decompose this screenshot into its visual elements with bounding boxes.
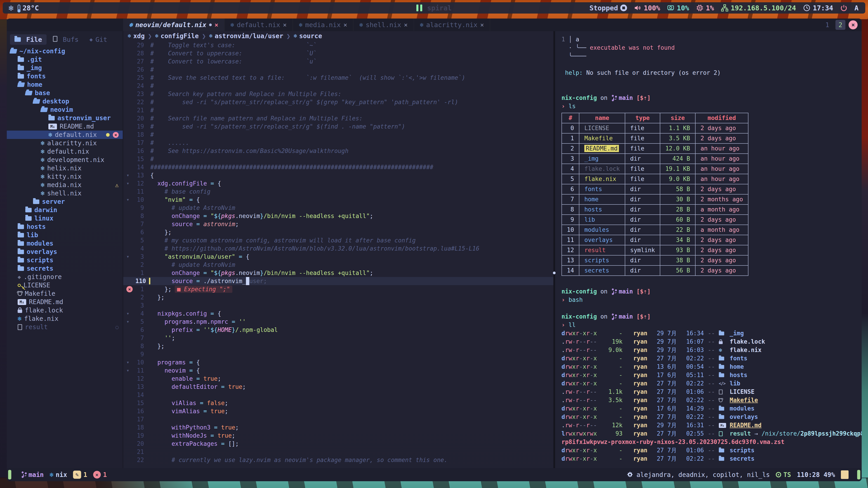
tree-item-README.md[interactable]: M↓README.md (7, 298, 123, 306)
code-line[interactable]: 8 }; (123, 342, 553, 350)
code-line[interactable]: 12 enable = true; (123, 375, 553, 383)
pause-icon[interactable] (416, 4, 422, 11)
code-line[interactable]: 28# Convert to uppercase: `U` (123, 49, 553, 57)
tree-item-.git[interactable]: .git (7, 55, 123, 64)
fold-chevron-icon[interactable]: ▾ (126, 318, 129, 326)
fold-chevron-icon[interactable]: ▾ (126, 196, 129, 204)
tree-item-helix.nix[interactable]: ❄helix.nix (7, 164, 123, 172)
tree-item-flake.nix[interactable]: ❄flake.nix (7, 315, 123, 323)
code-line[interactable]: 18# (123, 131, 553, 139)
tree-item-shell.nix[interactable]: ❄shell.nix (7, 189, 123, 197)
code-line[interactable]: 21 (123, 448, 553, 456)
code-line[interactable]: 21# (123, 106, 553, 114)
breadcrumb-segment[interactable]: ❄astronvim/lua/user (209, 32, 283, 40)
tree-item-base[interactable]: base (7, 89, 123, 97)
tree-item-desktop[interactable]: desktop (7, 97, 123, 105)
tree-item-home[interactable]: home (7, 80, 123, 89)
code-line[interactable]: ×1 };■ Expecting ";" (123, 285, 553, 293)
fold-chevron-icon[interactable]: ▾ (126, 358, 129, 366)
code-line[interactable]: 14 (123, 391, 553, 399)
code-line[interactable]: 16# See https://astronvim.com/Basic%20Us… (123, 147, 553, 155)
code-line[interactable]: ▾13{ (123, 171, 553, 180)
tree-item-~/nix-config[interactable]: ~/nix-config (7, 47, 123, 55)
tree-item-modules[interactable]: modules (7, 239, 123, 248)
tab-close-icon[interactable]: × (480, 21, 484, 29)
code-line[interactable]: ▾3 "astronvim/lua/user" = { (123, 253, 553, 261)
code-line[interactable]: 7 ''; (123, 334, 553, 342)
code-line[interactable]: 3 (123, 301, 553, 310)
tree-item-alacritty.nix[interactable]: ❄alacritty.nix (7, 139, 123, 147)
keyboard-layout[interactable]: A (855, 4, 859, 12)
code-line[interactable]: 17# ...... (123, 139, 553, 147)
tab-close-icon[interactable]: × (215, 21, 218, 29)
neotree-tab-git[interactable]: ◆Git (85, 34, 112, 45)
tab-close-icon[interactable]: × (343, 21, 347, 29)
code-line[interactable]: 9 (123, 350, 553, 358)
code-line[interactable]: ▾10 programs = { (123, 358, 553, 366)
tree-item-flake.lock[interactable]: flake.lock (7, 306, 123, 315)
code-line[interactable]: 5 # my cusotom astronvim config, astronv… (123, 236, 553, 245)
tree-item-secrets[interactable]: secrets (7, 264, 123, 273)
code-line[interactable]: 23# Search key pattern and Replace in Mu… (123, 90, 553, 98)
code-line[interactable]: 14######################################… (123, 163, 553, 171)
volume-widget[interactable]: 100% (634, 4, 660, 12)
code-line[interactable]: 8 onChange = "${pkgs.neovim}/bin/nvim --… (123, 212, 553, 220)
code-line[interactable]: 9 # update AstroNvim (123, 204, 553, 212)
tree-item-_img[interactable]: _img (7, 64, 123, 72)
code-buffer[interactable]: 29# Toggle text's case: `~`28# Convert t… (123, 41, 553, 468)
code-line[interactable]: 24# (123, 82, 553, 90)
fold-chevron-icon[interactable]: ▾ (126, 171, 129, 180)
tree-item-linux[interactable]: linux (7, 214, 123, 223)
code-line[interactable]: 6 prefix = ''${HOME}/.npm-global (123, 326, 553, 334)
buffer-tab-default.nix[interactable]: ❄default.nix× (225, 19, 293, 31)
tree-item-media.nix[interactable]: ❄media.nix⚠ (7, 181, 123, 189)
tree-item-development.nix[interactable]: ❄development.nix (7, 156, 123, 164)
code-line[interactable]: 19# sed -ri "s/pattern_str/replace_str/g… (123, 123, 553, 131)
tree-item-.gitignore[interactable]: ◆.gitignore (7, 273, 123, 281)
code-line[interactable]: ▾4 nixpkgs.config = { (123, 310, 553, 318)
code-line[interactable]: 26# (123, 66, 553, 74)
tree-item-result[interactable]: result◌ (7, 323, 123, 331)
tree-item-default.nix[interactable]: ❄default.nix (7, 147, 123, 156)
code-line[interactable]: 16 vimAlias = true; (123, 407, 553, 415)
neotree-tab-file[interactable]: File (10, 34, 46, 45)
buffer-tab-media.nix[interactable]: ❄media.nix× (293, 19, 353, 31)
code-line[interactable]: 20 extraPackages = []; (123, 440, 553, 448)
code-line[interactable]: 2 }; (123, 293, 553, 301)
fold-chevron-icon[interactable]: ▾ (126, 310, 129, 318)
network-widget[interactable]: 192.168.5.100/24 (721, 4, 796, 12)
code-line[interactable]: 15# (123, 155, 553, 163)
nixos-logo-icon[interactable]: ❄ (8, 3, 13, 13)
code-line[interactable]: 110 source = ./astronvim_ user; (123, 277, 553, 285)
code-line[interactable]: 20# Search file name pattern and Replace… (123, 114, 553, 123)
code-line[interactable]: 18 withPython3 = true; (123, 423, 553, 431)
code-line[interactable]: 19 withNodeJs = true; (123, 431, 553, 440)
tree-item-darwin[interactable]: darwin (7, 206, 123, 214)
modified-count-badge[interactable]: ✎ 1 (73, 470, 87, 479)
window-close-button[interactable]: × (848, 20, 858, 29)
tree-item-hosts[interactable]: hosts (7, 223, 123, 231)
tree-item-scripts[interactable]: scripts (7, 256, 123, 264)
fold-chevron-icon[interactable]: ▾ (126, 366, 129, 375)
tree-item-fonts[interactable]: fonts (7, 72, 123, 80)
code-line[interactable]: 11 # base config (123, 188, 553, 196)
code-line[interactable]: 15 viAlias = false; (123, 399, 553, 407)
code-line[interactable]: 27# Convert to lowercase: `u` (123, 57, 553, 66)
tree-item-Makefile[interactable]: Makefile (7, 289, 123, 298)
close-icon[interactable]: × (113, 132, 119, 138)
code-line[interactable]: 6 }; (123, 228, 553, 236)
code-line[interactable]: ▾5 programs.npm.npmrc = '' (123, 318, 553, 326)
code-line[interactable]: 17 (123, 415, 553, 423)
breadcrumb-segment[interactable]: ❄configFile (155, 32, 199, 40)
tree-item-lib[interactable]: lib (7, 231, 123, 239)
tree-item-README.md[interactable]: M↓README.md (7, 122, 123, 131)
code-line[interactable]: 22# sed -ri "s/pattern_str/replace_str/g… (123, 98, 553, 106)
fold-chevron-icon[interactable]: ▾ (126, 253, 129, 261)
tree-item-overlays[interactable]: overlays (7, 248, 123, 256)
terminal-pane[interactable]: 1 │ a · ╰── executable was not found ╰──… (555, 31, 862, 468)
tree-item-kitty.nix[interactable]: ❄kitty.nix (7, 172, 123, 181)
code-line[interactable]: 29# Toggle text's case: `~` (123, 41, 553, 49)
code-line[interactable]: ▾12 xdg.configFile = { (123, 180, 553, 188)
code-line[interactable]: ▾10 "nvim" = { (123, 196, 553, 204)
code-line[interactable]: ▾11 neovim = { (123, 366, 553, 375)
